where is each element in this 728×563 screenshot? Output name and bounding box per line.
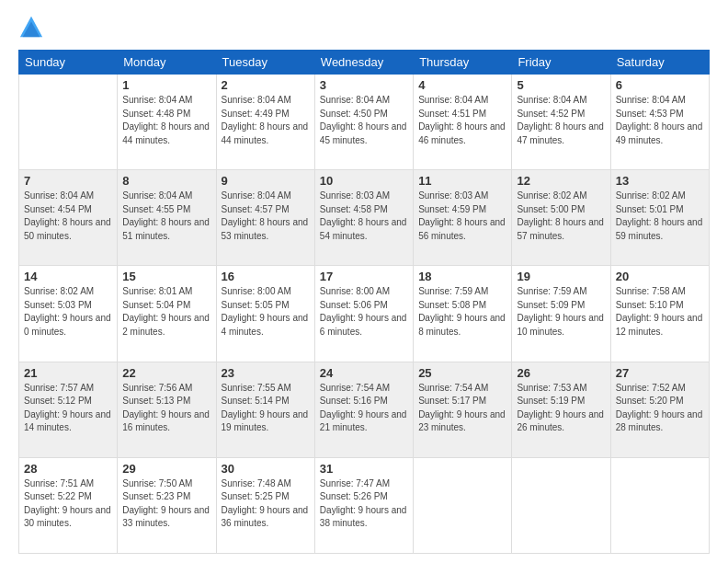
day-number: 11: [418, 174, 506, 188]
day-number: 24: [320, 366, 408, 380]
day-info: Sunrise: 7:53 AMSunset: 5:19 PMDaylight:…: [517, 382, 605, 435]
calendar-table: SundayMondayTuesdayWednesdayThursdayFrid…: [18, 50, 710, 554]
day-number: 27: [616, 366, 704, 380]
week-row-1: 1Sunrise: 8:04 AMSunset: 4:48 PMDaylight…: [19, 75, 710, 170]
week-row-5: 28Sunrise: 7:51 AMSunset: 5:22 PMDayligh…: [19, 457, 710, 553]
day-info: Sunrise: 8:04 AMSunset: 4:49 PMDaylight:…: [222, 94, 310, 147]
calendar-cell: 3Sunrise: 8:04 AMSunset: 4:50 PMDaylight…: [314, 75, 413, 170]
day-info: Sunrise: 8:01 AMSunset: 5:04 PMDaylight:…: [122, 285, 210, 339]
day-info: Sunrise: 8:04 AMSunset: 4:53 PMDaylight:…: [616, 94, 704, 147]
day-number: 22: [122, 366, 210, 380]
day-number: 30: [222, 462, 310, 476]
calendar-cell: 31Sunrise: 7:47 AMSunset: 5:26 PMDayligh…: [314, 457, 413, 553]
day-number: 23: [222, 366, 310, 380]
day-info: Sunrise: 8:02 AMSunset: 5:01 PMDaylight:…: [616, 190, 704, 243]
calendar-cell: 16Sunrise: 8:00 AMSunset: 5:05 PMDayligh…: [216, 266, 314, 362]
calendar-cell: 2Sunrise: 8:04 AMSunset: 4:49 PMDaylight…: [216, 75, 314, 170]
day-info: Sunrise: 7:54 AMSunset: 5:17 PMDaylight:…: [418, 382, 506, 435]
day-info: Sunrise: 8:00 AMSunset: 5:05 PMDaylight:…: [222, 285, 310, 339]
day-info: Sunrise: 7:57 AMSunset: 5:12 PMDaylight:…: [24, 382, 112, 435]
day-number: 7: [24, 174, 112, 188]
day-info: Sunrise: 8:03 AMSunset: 4:58 PMDaylight:…: [320, 190, 408, 243]
weekday-header-tuesday: Tuesday: [216, 51, 314, 75]
day-number: 10: [320, 174, 408, 188]
day-info: Sunrise: 7:59 AMSunset: 5:09 PMDaylight:…: [517, 285, 605, 339]
weekday-header-friday: Friday: [512, 51, 610, 75]
calendar-cell: 15Sunrise: 8:01 AMSunset: 5:04 PMDayligh…: [118, 266, 216, 362]
day-info: Sunrise: 7:55 AMSunset: 5:14 PMDaylight:…: [222, 382, 310, 435]
calendar-cell: 29Sunrise: 7:50 AMSunset: 5:23 PMDayligh…: [118, 457, 216, 553]
calendar-cell: 5Sunrise: 8:04 AMSunset: 4:52 PMDaylight…: [512, 75, 610, 170]
calendar-cell: 19Sunrise: 7:59 AMSunset: 5:09 PMDayligh…: [512, 266, 610, 362]
header: [18, 15, 710, 40]
week-row-4: 21Sunrise: 7:57 AMSunset: 5:12 PMDayligh…: [19, 362, 710, 457]
calendar-cell: 23Sunrise: 7:55 AMSunset: 5:14 PMDayligh…: [216, 362, 314, 457]
calendar-cell: 12Sunrise: 8:02 AMSunset: 5:00 PMDayligh…: [512, 170, 610, 266]
calendar-cell: 9Sunrise: 8:04 AMSunset: 4:57 PMDaylight…: [216, 170, 314, 266]
day-info: Sunrise: 8:04 AMSunset: 4:54 PMDaylight:…: [24, 190, 112, 243]
day-number: 2: [222, 78, 310, 92]
calendar-cell: 14Sunrise: 8:02 AMSunset: 5:03 PMDayligh…: [19, 266, 118, 362]
page: SundayMondayTuesdayWednesdayThursdayFrid…: [0, 0, 728, 563]
calendar-cell: 24Sunrise: 7:54 AMSunset: 5:16 PMDayligh…: [314, 362, 413, 457]
calendar-cell: 13Sunrise: 8:02 AMSunset: 5:01 PMDayligh…: [610, 170, 709, 266]
day-info: Sunrise: 7:52 AMSunset: 5:20 PMDaylight:…: [616, 382, 704, 435]
calendar-cell: 4Sunrise: 8:04 AMSunset: 4:51 PMDaylight…: [414, 75, 512, 170]
calendar-cell: [414, 457, 512, 553]
day-number: 5: [517, 78, 605, 92]
calendar-cell: 1Sunrise: 8:04 AMSunset: 4:48 PMDaylight…: [118, 75, 216, 170]
calendar-cell: 6Sunrise: 8:04 AMSunset: 4:53 PMDaylight…: [610, 75, 709, 170]
day-info: Sunrise: 7:50 AMSunset: 5:23 PMDaylight:…: [122, 477, 210, 531]
day-number: 25: [418, 366, 506, 380]
calendar-cell: 11Sunrise: 8:03 AMSunset: 4:59 PMDayligh…: [414, 170, 512, 266]
calendar-cell: [512, 457, 610, 553]
calendar-cell: 21Sunrise: 7:57 AMSunset: 5:12 PMDayligh…: [19, 362, 118, 457]
calendar-cell: [610, 457, 709, 553]
calendar-cell: 26Sunrise: 7:53 AMSunset: 5:19 PMDayligh…: [512, 362, 610, 457]
day-number: 29: [122, 462, 210, 476]
day-number: 12: [517, 174, 605, 188]
weekday-header-row: SundayMondayTuesdayWednesdayThursdayFrid…: [19, 51, 710, 75]
calendar-cell: 10Sunrise: 8:03 AMSunset: 4:58 PMDayligh…: [314, 170, 413, 266]
day-number: 13: [616, 174, 704, 188]
day-info: Sunrise: 7:51 AMSunset: 5:22 PMDaylight:…: [24, 477, 112, 531]
day-number: 19: [517, 270, 605, 283]
day-number: 1: [122, 78, 210, 92]
calendar-cell: 28Sunrise: 7:51 AMSunset: 5:22 PMDayligh…: [19, 457, 118, 553]
day-info: Sunrise: 8:04 AMSunset: 4:55 PMDaylight:…: [122, 190, 210, 243]
day-number: 14: [24, 270, 112, 283]
weekday-header-saturday: Saturday: [610, 51, 709, 75]
day-number: 20: [616, 270, 704, 283]
logo: [18, 15, 48, 40]
day-number: 26: [517, 366, 605, 380]
day-info: Sunrise: 7:56 AMSunset: 5:13 PMDaylight:…: [122, 382, 210, 435]
calendar-cell: 22Sunrise: 7:56 AMSunset: 5:13 PMDayligh…: [118, 362, 216, 457]
calendar-cell: 20Sunrise: 7:58 AMSunset: 5:10 PMDayligh…: [610, 266, 709, 362]
day-info: Sunrise: 8:02 AMSunset: 5:03 PMDaylight:…: [24, 285, 112, 339]
day-info: Sunrise: 8:03 AMSunset: 4:59 PMDaylight:…: [418, 190, 506, 243]
day-number: 9: [222, 174, 310, 188]
day-number: 28: [24, 462, 112, 476]
day-info: Sunrise: 8:04 AMSunset: 4:57 PMDaylight:…: [222, 190, 310, 243]
day-info: Sunrise: 8:00 AMSunset: 5:06 PMDaylight:…: [320, 285, 408, 339]
day-number: 15: [122, 270, 210, 283]
logo-icon: [18, 15, 44, 40]
weekday-header-sunday: Sunday: [19, 51, 118, 75]
day-number: 4: [418, 78, 506, 92]
calendar-cell: 27Sunrise: 7:52 AMSunset: 5:20 PMDayligh…: [610, 362, 709, 457]
day-number: 3: [320, 78, 408, 92]
day-info: Sunrise: 7:59 AMSunset: 5:08 PMDaylight:…: [418, 285, 506, 339]
day-info: Sunrise: 8:04 AMSunset: 4:51 PMDaylight:…: [418, 94, 506, 147]
week-row-2: 7Sunrise: 8:04 AMSunset: 4:54 PMDaylight…: [19, 170, 710, 266]
day-info: Sunrise: 8:04 AMSunset: 4:52 PMDaylight:…: [517, 94, 605, 147]
week-row-3: 14Sunrise: 8:02 AMSunset: 5:03 PMDayligh…: [19, 266, 710, 362]
day-info: Sunrise: 8:04 AMSunset: 4:50 PMDaylight:…: [320, 94, 408, 147]
day-info: Sunrise: 7:48 AMSunset: 5:25 PMDaylight:…: [222, 477, 310, 531]
day-number: 31: [320, 462, 408, 476]
weekday-header-monday: Monday: [118, 51, 216, 75]
day-info: Sunrise: 7:54 AMSunset: 5:16 PMDaylight:…: [320, 382, 408, 435]
day-number: 17: [320, 270, 408, 283]
day-info: Sunrise: 8:04 AMSunset: 4:48 PMDaylight:…: [122, 94, 210, 147]
day-info: Sunrise: 7:58 AMSunset: 5:10 PMDaylight:…: [616, 285, 704, 339]
calendar-cell: 7Sunrise: 8:04 AMSunset: 4:54 PMDaylight…: [19, 170, 118, 266]
